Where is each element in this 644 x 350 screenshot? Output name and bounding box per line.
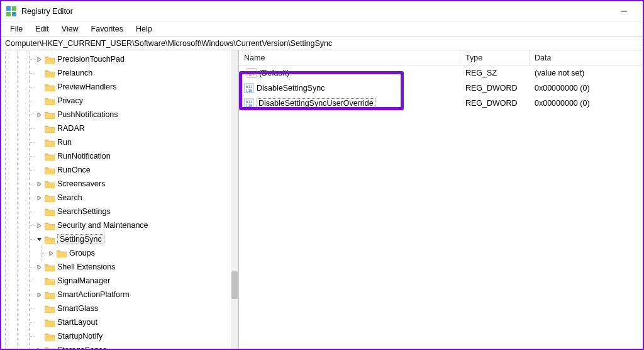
tree-item-precisiontouchpad[interactable]: PrecisionTouchPad bbox=[1, 52, 233, 66]
tree-item-label: SignalManager bbox=[57, 276, 110, 285]
tree-item-label: StartupNotify bbox=[57, 332, 103, 341]
list-body: (Default)REG_SZ(value not set)DisableSet… bbox=[239, 65, 643, 349]
menubar: File Edit View Favorites Help bbox=[1, 21, 643, 37]
address-path: Computer\HKEY_CURRENT_USER\Software\Micr… bbox=[5, 39, 332, 48]
tree-item-previewhandlers[interactable]: PreviewHandlers bbox=[1, 80, 233, 94]
folder-icon bbox=[45, 152, 55, 161]
folder-icon bbox=[45, 96, 55, 105]
value-name: (Default) bbox=[259, 69, 289, 77]
expander-none bbox=[35, 332, 43, 341]
tree-item-label: RunNotification bbox=[57, 152, 111, 161]
chevron-down-icon[interactable] bbox=[35, 235, 43, 244]
folder-icon bbox=[45, 193, 55, 202]
menu-help[interactable]: Help bbox=[130, 23, 158, 35]
list-header: Name Type Data bbox=[239, 50, 643, 65]
titlebar: Registry Editor bbox=[1, 1, 643, 21]
tree-item-groups[interactable]: Groups bbox=[1, 246, 233, 260]
tree-item-run[interactable]: Run bbox=[1, 135, 233, 149]
menu-favorites[interactable]: Favorites bbox=[85, 23, 130, 35]
column-header-name[interactable]: Name bbox=[239, 50, 460, 65]
tree-item-label: Screensavers bbox=[57, 179, 105, 188]
chevron-right-icon[interactable] bbox=[35, 193, 43, 202]
value-name: DisableSettingSyncUserOverride bbox=[257, 98, 375, 108]
folder-icon bbox=[45, 138, 55, 147]
expander-none bbox=[35, 124, 43, 133]
minimize-icon bbox=[620, 8, 628, 15]
content-area: PrecisionTouchPadPrelaunchPreviewHandler… bbox=[1, 50, 643, 349]
value-type: REG_SZ bbox=[460, 69, 530, 77]
folder-icon bbox=[45, 332, 55, 341]
value-row-disablesettingsync[interactable]: DisableSettingSyncREG_DWORD0x00000000 (0… bbox=[239, 81, 643, 96]
chevron-right-icon[interactable] bbox=[35, 110, 43, 119]
tree-item-screensavers[interactable]: Screensavers bbox=[1, 177, 233, 191]
scrollbar-thumb[interactable] bbox=[231, 271, 238, 299]
tree-item-label: Prelaunch bbox=[57, 69, 92, 77]
tree-item-prelaunch[interactable]: Prelaunch bbox=[1, 66, 233, 80]
tree-item-signalmanager[interactable]: SignalManager bbox=[1, 274, 233, 288]
tree: PrecisionTouchPadPrelaunchPreviewHandler… bbox=[1, 50, 233, 349]
tree-item-startupnotify[interactable]: StartupNotify bbox=[1, 329, 233, 343]
folder-icon bbox=[45, 207, 55, 216]
address-bar[interactable]: Computer\HKEY_CURRENT_USER\Software\Micr… bbox=[1, 37, 643, 50]
value-data: 0x00000000 (0) bbox=[530, 84, 643, 93]
expander-none bbox=[35, 276, 43, 285]
value-name-cell: DisableSettingSyncUserOverride bbox=[239, 98, 460, 108]
folder-icon bbox=[45, 82, 55, 91]
list-pane: Name Type Data (Default)REG_SZ(value not… bbox=[239, 50, 643, 349]
tree-item-runnotification[interactable]: RunNotification bbox=[1, 149, 233, 163]
tree-item-privacy[interactable]: Privacy bbox=[1, 94, 233, 108]
tree-item-label: Search bbox=[57, 193, 82, 202]
tree-item-searchsettings[interactable]: SearchSettings bbox=[1, 205, 233, 218]
tree-item-label: Run bbox=[57, 138, 72, 147]
menu-file[interactable]: File bbox=[4, 23, 29, 35]
tree-item-label: SettingSync bbox=[57, 234, 104, 244]
menu-edit[interactable]: Edit bbox=[29, 23, 55, 35]
folder-icon bbox=[45, 318, 55, 327]
tree-item-smartactionplatform[interactable]: SmartActionPlatform bbox=[1, 288, 233, 302]
registry-editor-window: Registry Editor File Edit View Favorites… bbox=[0, 0, 644, 350]
tree-scrollbar[interactable] bbox=[231, 50, 238, 349]
folder-icon bbox=[45, 110, 55, 119]
folder-icon bbox=[45, 221, 55, 230]
tree-item-startlayout[interactable]: StartLayout bbox=[1, 315, 233, 329]
tree-item-smartglass[interactable]: SmartGlass bbox=[1, 302, 233, 315]
value-row--default-[interactable]: (Default)REG_SZ(value not set) bbox=[239, 65, 643, 81]
chevron-right-icon[interactable] bbox=[35, 55, 43, 64]
chevron-right-icon[interactable] bbox=[35, 346, 43, 349]
window-title: Registry Editor bbox=[21, 7, 73, 16]
folder-icon bbox=[57, 249, 67, 257]
chevron-right-icon[interactable] bbox=[35, 179, 43, 188]
column-header-type[interactable]: Type bbox=[460, 50, 530, 65]
tree-item-storagesense[interactable]: StorageSense bbox=[1, 343, 233, 349]
tree-item-pushnotifications[interactable]: PushNotifications bbox=[1, 108, 233, 121]
minimize-button[interactable] bbox=[610, 3, 638, 20]
tree-item-settingsync[interactable]: SettingSync bbox=[1, 232, 233, 246]
tree-item-runonce[interactable]: RunOnce bbox=[1, 163, 233, 177]
column-header-data[interactable]: Data bbox=[530, 54, 643, 62]
folder-icon bbox=[45, 290, 55, 299]
tree-item-label: Privacy bbox=[57, 96, 83, 105]
tree-item-label: RunOnce bbox=[57, 166, 91, 174]
expander-none bbox=[35, 166, 43, 174]
tree-item-label: Shell Extensions bbox=[57, 262, 115, 271]
tree-item-radar[interactable]: RADAR bbox=[1, 121, 233, 135]
folder-icon bbox=[45, 235, 55, 244]
tree-item-security-and-maintenance[interactable]: Security and Maintenance bbox=[1, 218, 233, 232]
chevron-right-icon[interactable] bbox=[35, 262, 43, 271]
string-value-icon bbox=[247, 68, 257, 78]
value-name-cell: DisableSettingSync bbox=[239, 83, 460, 93]
folder-icon bbox=[45, 166, 55, 174]
folder-icon bbox=[45, 262, 55, 271]
menu-view[interactable]: View bbox=[55, 23, 85, 35]
dword-value-icon bbox=[244, 83, 254, 93]
tree-item-label: SearchSettings bbox=[57, 207, 111, 216]
tree-item-label: Groups bbox=[69, 249, 95, 257]
chevron-right-icon[interactable] bbox=[47, 249, 55, 257]
tree-item-shell-extensions[interactable]: Shell Extensions bbox=[1, 260, 233, 274]
value-row-disablesettingsyncuseroverride[interactable]: DisableSettingSyncUserOverrideREG_DWORD0… bbox=[239, 96, 643, 111]
folder-icon bbox=[45, 55, 55, 64]
chevron-right-icon[interactable] bbox=[35, 221, 43, 230]
tree-pane: PrecisionTouchPadPrelaunchPreviewHandler… bbox=[1, 50, 239, 349]
chevron-right-icon[interactable] bbox=[35, 290, 43, 299]
tree-item-search[interactable]: Search bbox=[1, 191, 233, 205]
